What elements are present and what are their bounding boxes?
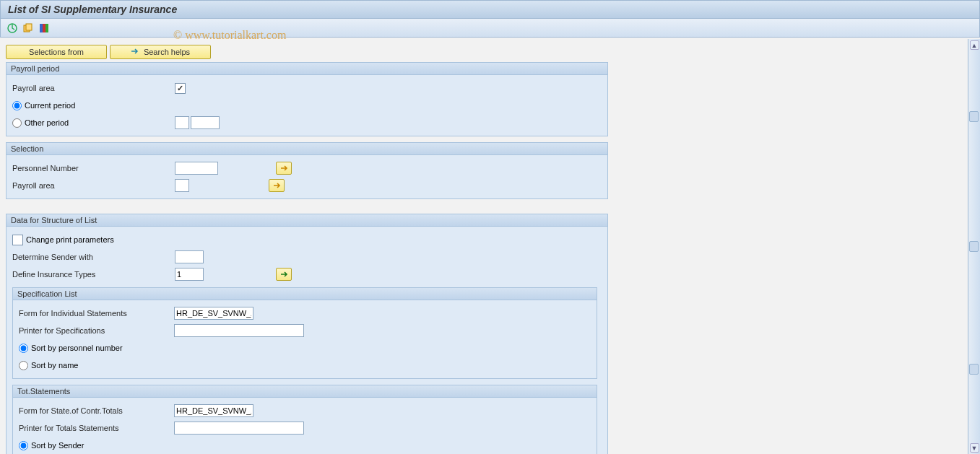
sort-sender-radio[interactable]: Sort by Sender — [19, 441, 84, 450]
sort-sender-label: Sort by Sender — [31, 441, 84, 450]
sel-payroll-area-input[interactable] — [175, 179, 189, 192]
svg-rect-3 — [40, 24, 43, 32]
sort-name-radio[interactable]: Sort by name — [19, 361, 78, 370]
other-period-label: Other period — [25, 118, 69, 127]
content-area: Selections from Search helps Payroll per… — [0, 39, 956, 454]
sel-payroll-area-label: Payroll area — [12, 181, 175, 190]
arrow-right-icon — [131, 48, 139, 56]
determine-sender-label: Determine Sender with — [12, 253, 175, 261]
sort-personnel-radio[interactable]: Sort by personnel number — [19, 344, 123, 353]
payroll-period-header: Payroll period — [6, 63, 607, 75]
other-period-radio[interactable]: Other period — [12, 118, 175, 128]
spec-list-group: Specification List Form for Individual S… — [12, 287, 597, 379]
current-period-label: Current period — [25, 101, 75, 110]
search-helps-button[interactable]: Search helps — [110, 45, 211, 59]
sort-name-label: Sort by name — [31, 361, 78, 370]
other-period-input-2[interactable] — [191, 116, 220, 129]
payroll-area-label: Payroll area — [12, 84, 175, 92]
toolbar — [0, 19, 980, 38]
change-print-checkbox[interactable]: Change print parameters — [12, 235, 114, 245]
payroll-period-group: Payroll period Payroll area Current peri… — [6, 62, 608, 136]
change-print-label: Change print parameters — [26, 235, 114, 244]
selection-group: Selection Personnel Number Payroll area — [6, 142, 608, 199]
execute-icon[interactable] — [6, 22, 18, 34]
tot-statements-group: Tot.Statements Form for State.of Contr.T… — [12, 385, 597, 454]
form-indiv-label: Form for Individual Statements — [19, 309, 174, 318]
selections-from-label: Selections from — [29, 48, 84, 56]
determine-sender-input[interactable] — [175, 250, 204, 263]
structure-group: Data for Structure of List Change print … — [6, 214, 608, 454]
structure-header: Data for Structure of List — [6, 214, 607, 227]
selection-header: Selection — [6, 143, 607, 155]
variant-icon[interactable] — [22, 22, 34, 34]
svg-rect-4 — [43, 24, 45, 32]
scroll-down-icon[interactable]: ▼ — [970, 443, 979, 453]
define-ins-types-label: Define Insurance Types — [12, 270, 175, 279]
printer-totals-input[interactable] — [174, 422, 304, 435]
scroll-marker — [969, 364, 979, 375]
current-period-radio[interactable]: Current period — [12, 101, 75, 110]
sel-payroll-area-multiple-button[interactable] — [269, 179, 285, 192]
sort-personnel-label: Sort by personnel number — [31, 344, 123, 352]
other-period-input-1[interactable] — [175, 116, 189, 129]
scroll-marker — [969, 111, 979, 122]
spec-list-header: Specification List — [13, 288, 597, 300]
selections-from-button[interactable]: Selections from — [6, 45, 107, 59]
svg-rect-2 — [26, 24, 32, 30]
scroll-up-icon[interactable]: ▲ — [970, 40, 979, 50]
personnel-number-input[interactable] — [175, 162, 218, 175]
scroll-marker — [969, 241, 979, 252]
form-totals-label: Form for State.of Contr.Totals — [19, 406, 174, 415]
payroll-area-checkbox[interactable] — [175, 83, 186, 94]
svg-rect-5 — [45, 24, 48, 32]
color-legend-icon[interactable] — [38, 22, 50, 34]
printer-spec-label: Printer for Specifications — [19, 326, 174, 335]
printer-totals-label: Printer for Totals Statements — [19, 424, 174, 432]
page-title: List of SI Supplementary Insurance — [0, 0, 980, 19]
form-indiv-input[interactable] — [174, 307, 253, 320]
define-ins-types-multiple-button[interactable] — [276, 268, 292, 281]
printer-spec-input[interactable] — [174, 324, 304, 337]
define-ins-types-input[interactable] — [175, 268, 204, 281]
form-totals-input[interactable] — [174, 404, 253, 417]
vertical-scrollbar[interactable]: ▲ ▼ — [968, 39, 980, 454]
tot-statements-header: Tot.Statements — [13, 385, 597, 398]
personnel-number-label: Personnel Number — [12, 164, 175, 173]
search-helps-label: Search helps — [144, 48, 190, 56]
personnel-number-multiple-button[interactable] — [276, 162, 292, 175]
